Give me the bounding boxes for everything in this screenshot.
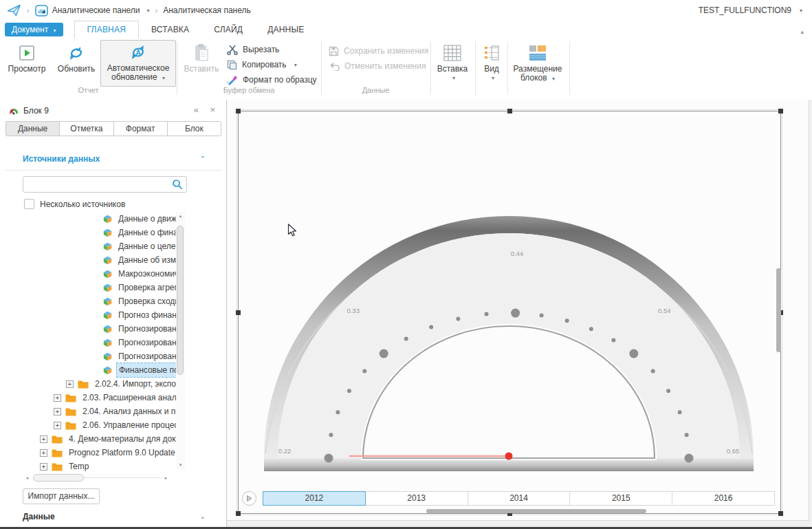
block-vscroll-thumb[interactable] [776,268,781,352]
paste-label: Вставить [182,65,221,74]
year-button-2013[interactable]: 2013 [365,491,468,506]
resize-handle-n[interactable] [507,109,512,114]
scroll-up-icon[interactable]: ▴ [176,212,185,220]
paste-button[interactable]: Вставить [182,41,221,74]
multiple-sources-checkbox[interactable] [24,199,34,209]
year-button-2014[interactable]: 2014 [468,491,571,506]
tree-item-label: 2.04. Анализ данных и пост [80,404,176,418]
scroll-down-icon[interactable]: ▾ [176,461,185,469]
user-menu[interactable]: TEST_FULLFUNCTION9 ▾ [699,0,802,21]
resize-handle-ne[interactable] [778,109,783,114]
caret-down-icon: ▾ [294,62,297,68]
tree-hscroll-thumb[interactable] [33,474,84,482]
search-icon[interactable] [172,179,183,190]
resize-handle-w[interactable] [236,310,241,315]
resize-handle-sw[interactable] [236,511,241,516]
expand-icon[interactable]: + [54,422,61,429]
tree-item[interactable]: +2.06. Управление процесса [0,418,176,432]
auto-refresh-button[interactable]: A Автоматическое обновление ▾ [100,40,176,87]
sources-section-header[interactable]: Источники данных ⌃ [0,154,226,168]
cube-icon [103,228,112,237]
tree-item[interactable]: +2.04. Анализ данных и пост [0,404,176,418]
slide-canvas: 0.220.330.440.540.65 2012201320142015201… [227,100,812,527]
blocks-layout-button[interactable]: Размещение блоков ▾ [509,41,567,83]
expand-icon[interactable]: + [54,408,61,415]
tree-item[interactable]: Макроэкономич [0,267,176,281]
tab-insert[interactable]: ВСТАВКА [139,21,201,39]
scroll-left-icon[interactable]: ◂ [23,473,32,482]
panel-tab-block[interactable]: Блок [168,121,221,136]
expand-icon[interactable]: + [54,394,61,402]
tree-item[interactable]: +2.03. Расширенная аналити [0,391,176,404]
tree-item[interactable]: Проверка сходи [0,294,176,308]
data-section-header[interactable]: Данные ⌄ [0,512,226,526]
caret-down-icon[interactable]: ▾ [147,8,150,14]
breadcrumb: › Аналитические панели ▾ › Аналитическая… [0,4,251,17]
tree-vertical-scrollbar[interactable]: ▴ ▾ [176,212,185,469]
year-button-2015[interactable]: 2015 [569,491,672,506]
data-sources-tree: Данные о движеДанные о финанДанные о цел… [0,212,176,473]
refresh-button[interactable]: Обновить [52,41,100,74]
resize-handle-nw[interactable] [236,109,241,114]
tree-item[interactable]: Проверка агрега [0,281,176,294]
tree-item[interactable]: Данные об изме [0,253,176,267]
tree-item[interactable]: Данные о финан [0,226,176,239]
tree-item[interactable]: Прогнозировани [0,336,176,349]
expand-icon[interactable]: + [40,449,47,457]
tree-vscroll-thumb[interactable] [177,226,184,375]
tab-main[interactable]: ГЛАВНАЯ [74,21,139,39]
play-animation-button[interactable] [242,491,256,506]
tree-item[interactable]: Финансовые пок [0,363,176,377]
tree-item[interactable]: Прогнозировани [0,322,176,336]
close-panel-icon[interactable]: × [210,105,215,115]
tree-item[interactable]: +Prognoz Platform 9.0 Update 6 [0,446,176,460]
panel-tab-data[interactable]: Данные [6,121,60,136]
tree-item[interactable]: +2.02.4. Импорт, экспорт [0,377,176,391]
expand-icon[interactable]: + [40,435,47,443]
cut-button[interactable]: Вырезать [227,43,279,56]
ribbon: Просмотр Обновить A Автоматическое обнов… [0,39,812,100]
tree-item[interactable]: Прогнозировани [0,349,176,363]
tree-item[interactable]: Данные о движе [0,212,176,226]
expand-icon[interactable]: + [40,463,47,471]
expand-icon[interactable]: + [66,380,74,388]
tree-item[interactable]: Прогноз финанс [0,308,176,322]
year-selector: 20122013201420152016 [263,491,775,506]
import-data-button[interactable]: Импорт данных... [23,488,100,504]
insert-label: Вставка [433,65,472,74]
undo-changes-button[interactable]: Отменить изменения [329,59,426,73]
tree-item[interactable]: +4. Демо-материалы для доклад [0,432,176,446]
preview-button[interactable]: Просмотр [4,41,50,74]
foresight-logo-icon[interactable] [7,4,21,17]
save-changes-button[interactable]: Сохранить изменения [329,44,428,58]
scroll-right-icon[interactable]: ▸ [162,473,171,482]
tab-data[interactable]: ДАННЫЕ [255,21,316,39]
expand-section-icon[interactable]: ⌄ [200,512,206,520]
document-menu-button[interactable]: Документ ▾ [5,23,63,36]
copy-button[interactable]: Копировать ▾ [227,58,297,72]
collapse-panel-icon[interactable]: « [194,105,199,115]
collapse-ribbon-icon[interactable]: ▴ [800,28,804,35]
tree-item[interactable]: Данные о целев [0,239,176,253]
tree-item-label: 2.06. Управление процесса [80,418,176,432]
resize-handle-se[interactable] [778,511,783,516]
panel-tab-format[interactable]: Формат [114,121,168,136]
tab-slide[interactable]: СЛАЙД [201,21,255,39]
year-button-2012[interactable]: 2012 [263,491,366,506]
tree-item-label: Данные о движе [116,212,176,226]
year-button-2016[interactable]: 2016 [672,491,775,506]
collapse-section-icon[interactable]: ⌃ [200,155,206,162]
block-hscroll-thumb[interactable] [426,509,646,513]
tree-item[interactable]: +Temp [0,460,176,473]
breadcrumb-root[interactable]: Аналитические панели [52,6,140,15]
format-painter-button[interactable]: Формат по образцу [227,73,317,87]
caret-down-icon: ▾ [54,28,56,34]
selected-block-frame[interactable] [238,111,781,514]
search-input[interactable] [28,178,168,192]
panel-tab-mark[interactable]: Отметка [60,121,113,136]
view-button[interactable]: Вид ▾ [476,41,507,83]
copy-icon [227,60,237,70]
insert-button[interactable]: Вставка ▾ [433,41,472,83]
panel-title: Блок 9 [23,106,49,116]
tree-horizontal-scrollbar[interactable]: ◂ ▸ [23,473,171,482]
